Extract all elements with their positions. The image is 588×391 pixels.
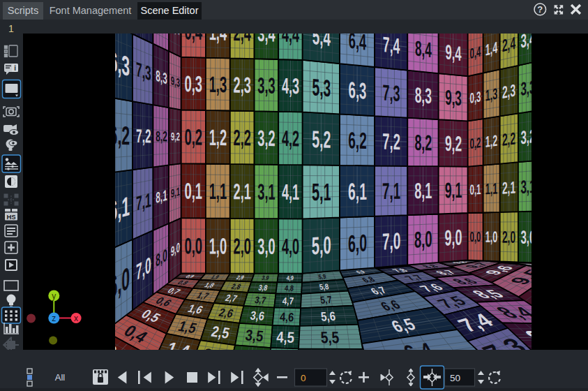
svg-text:3,1: 3,1 bbox=[257, 179, 275, 205]
svg-text:6,2: 6,2 bbox=[348, 127, 366, 154]
svg-text:5,0: 5,0 bbox=[312, 231, 331, 260]
svg-text:2,2: 2,2 bbox=[502, 128, 515, 149]
svg-text:1,3: 1,3 bbox=[209, 71, 227, 97]
svg-text:8,4: 8,4 bbox=[415, 36, 432, 61]
svg-text:4,9: 4,9 bbox=[286, 275, 294, 282]
svg-text:3,0: 3,0 bbox=[520, 226, 532, 248]
svg-text:7,4: 7,4 bbox=[383, 34, 400, 58]
svg-text:3,6: 3,6 bbox=[249, 308, 265, 323]
svg-text:1: 1 bbox=[8, 23, 14, 34]
svg-text:1,4: 1,4 bbox=[209, 34, 227, 45]
svg-text:0,4: 0,4 bbox=[184, 34, 202, 45]
svg-text:8,1: 8,1 bbox=[414, 177, 432, 203]
svg-text:1,3: 1,3 bbox=[485, 84, 497, 105]
svg-text:0,3: 0,3 bbox=[185, 71, 203, 97]
svg-text:4,8: 4,8 bbox=[285, 284, 294, 293]
svg-text:y: y bbox=[52, 291, 56, 301]
svg-text:x: x bbox=[74, 313, 78, 323]
svg-text:0,4: 0,4 bbox=[469, 43, 481, 62]
svg-text:0,2: 0,2 bbox=[469, 135, 481, 152]
svg-text:9,2: 9,2 bbox=[445, 132, 462, 156]
svg-text:i: i bbox=[14, 64, 16, 72]
svg-text:5,6: 5,6 bbox=[320, 309, 336, 324]
svg-text:2,4: 2,4 bbox=[234, 34, 252, 46]
svg-text:3,4: 3,4 bbox=[520, 34, 532, 52]
svg-text:9,1: 9,1 bbox=[445, 178, 462, 202]
svg-text:2,1: 2,1 bbox=[502, 177, 515, 197]
svg-text:0,0: 0,0 bbox=[185, 233, 203, 259]
svg-text:5,1: 5,1 bbox=[312, 178, 331, 206]
svg-text:5,2: 5,2 bbox=[312, 126, 331, 153]
svg-text:9,4: 9,4 bbox=[445, 40, 462, 65]
svg-text:6,4: 6,4 bbox=[349, 34, 367, 55]
svg-text:50: 50 bbox=[450, 373, 460, 383]
svg-text:0,2: 0,2 bbox=[185, 124, 203, 150]
svg-text:8,2: 8,2 bbox=[156, 128, 167, 145]
svg-text:0,1: 0,1 bbox=[185, 178, 203, 204]
svg-text:0: 0 bbox=[301, 373, 306, 383]
svg-text:4,3: 4,3 bbox=[282, 73, 299, 98]
svg-text:1,2: 1,2 bbox=[485, 132, 497, 151]
svg-text:9,2: 9,2 bbox=[171, 130, 180, 143]
svg-text:8,1: 8,1 bbox=[156, 186, 167, 207]
svg-text:1,1: 1,1 bbox=[485, 180, 497, 198]
svg-text:3,4: 3,4 bbox=[257, 34, 276, 47]
svg-text:9,3: 9,3 bbox=[445, 85, 462, 110]
svg-text:2,3: 2,3 bbox=[502, 80, 515, 102]
svg-text:1,0: 1,0 bbox=[485, 228, 497, 246]
svg-text:All: All bbox=[55, 372, 66, 383]
svg-text:7,2: 7,2 bbox=[382, 128, 400, 155]
svg-text:3,5: 3,5 bbox=[245, 327, 264, 345]
svg-text:3,2: 3,2 bbox=[520, 125, 532, 148]
svg-text:7,3: 7,3 bbox=[383, 80, 400, 105]
svg-text:0,1: 0,1 bbox=[469, 182, 481, 198]
svg-text:4,5: 4,5 bbox=[276, 329, 295, 346]
svg-text:7,1: 7,1 bbox=[136, 189, 151, 215]
svg-text:6,1: 6,1 bbox=[348, 178, 367, 205]
svg-text:2,4: 2,4 bbox=[502, 34, 516, 55]
svg-text:4,6: 4,6 bbox=[279, 310, 294, 324]
svg-text:7,2: 7,2 bbox=[136, 125, 151, 147]
svg-text:4,0: 4,0 bbox=[282, 234, 299, 258]
svg-text:2,0: 2,0 bbox=[502, 228, 515, 246]
svg-text:3,7: 3,7 bbox=[254, 295, 267, 306]
svg-text:4,7: 4,7 bbox=[282, 295, 294, 307]
svg-text:4,4: 4,4 bbox=[282, 34, 300, 46]
svg-text:?: ? bbox=[537, 4, 543, 15]
svg-text:4,2: 4,2 bbox=[282, 126, 299, 151]
svg-text:6,0: 6,0 bbox=[348, 230, 367, 258]
svg-text:3,3: 3,3 bbox=[520, 76, 532, 101]
svg-text:5,5: 5,5 bbox=[320, 328, 340, 346]
svg-text:2,0: 2,0 bbox=[234, 233, 251, 259]
svg-text:6,3: 6,3 bbox=[349, 77, 367, 104]
svg-text:5,4: 5,4 bbox=[312, 34, 331, 51]
svg-text:1,2: 1,2 bbox=[209, 124, 227, 150]
svg-text:8,0: 8,0 bbox=[414, 226, 432, 253]
svg-text:7,0: 7,0 bbox=[382, 228, 400, 256]
svg-text:6,2: 6,2 bbox=[115, 121, 130, 149]
svg-text:3,0: 3,0 bbox=[257, 233, 275, 259]
svg-text:6,3: 6,3 bbox=[115, 45, 130, 82]
svg-text:8,2: 8,2 bbox=[414, 130, 432, 154]
svg-text:1,0: 1,0 bbox=[209, 233, 227, 259]
svg-text:4,1: 4,1 bbox=[282, 180, 299, 205]
svg-text:9,1: 9,1 bbox=[171, 185, 180, 200]
svg-text:2,2: 2,2 bbox=[234, 125, 251, 151]
svg-text:3,2: 3,2 bbox=[257, 125, 275, 151]
svg-text:6,1: 6,1 bbox=[115, 190, 130, 227]
svg-text:7,1: 7,1 bbox=[382, 178, 400, 204]
svg-text:5,3: 5,3 bbox=[312, 73, 331, 101]
svg-text:2,3: 2,3 bbox=[234, 72, 251, 98]
svg-text:HS: HS bbox=[6, 213, 15, 221]
svg-text:0,0: 0,0 bbox=[469, 229, 481, 244]
svg-text:5,7: 5,7 bbox=[319, 294, 333, 306]
svg-text:1,1: 1,1 bbox=[209, 178, 227, 204]
svg-text:3,1: 3,1 bbox=[520, 175, 532, 198]
svg-text:z: z bbox=[52, 313, 56, 323]
svg-text:0,3: 0,3 bbox=[469, 89, 481, 107]
svg-text:2,1: 2,1 bbox=[234, 179, 251, 205]
svg-text:3,3: 3,3 bbox=[257, 73, 275, 98]
svg-text:8,3: 8,3 bbox=[415, 82, 432, 108]
svg-text:9,0: 9,0 bbox=[445, 225, 462, 250]
svg-text:1,4: 1,4 bbox=[485, 38, 498, 59]
